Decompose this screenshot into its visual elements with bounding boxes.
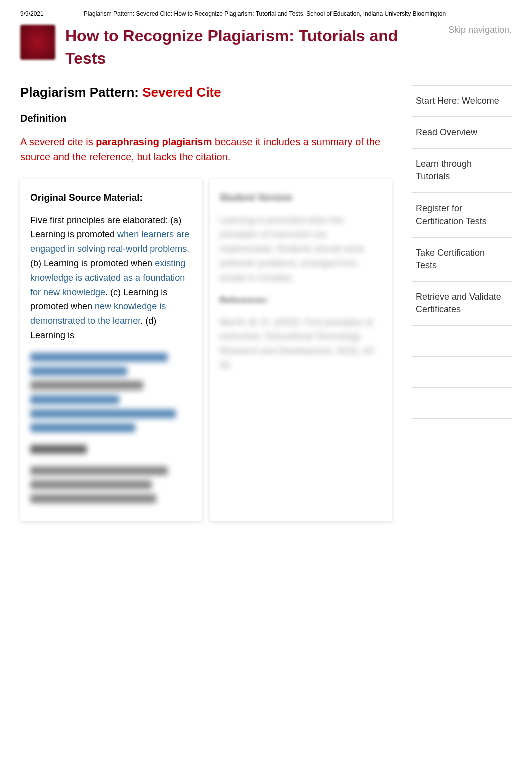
pattern-name: Severed Cite <box>142 85 221 100</box>
header-meta: 9/9/2021 Plagiarism Pattern: Severed Cit… <box>20 10 512 17</box>
heading-prefix: Plagiarism Pattern: <box>20 85 142 100</box>
student-reference: Merrill, M. D. (2002). First principles … <box>220 315 382 373</box>
main-content: Plagiarism Pattern: Severed Cite Definit… <box>20 85 392 521</box>
header: How to Recognize Plagiarism: Tutorials a… <box>20 25 512 70</box>
sidebar-item-take-tests[interactable]: Take Certification Tests <box>412 237 512 281</box>
student-version-panel: Student Version Learning is promoted whe… <box>210 179 392 521</box>
student-ref-label: References: <box>220 295 382 305</box>
original-title: Original Source Material: <box>30 192 192 203</box>
student-title: Student Version <box>220 192 382 203</box>
sidebar-empty-4 <box>412 418 512 449</box>
site-title: How to Recognize Plagiarism: Tutorials a… <box>65 25 438 70</box>
page-title: Plagiarism Pattern: Severed Cite <box>20 85 392 100</box>
definition-label: Definition <box>20 113 392 124</box>
sidebar-empty-2 <box>412 356 512 387</box>
sidebar-item-register[interactable]: Register for Certification Tests <box>412 192 512 236</box>
breadcrumb: Plagiarism Pattern: Severed Cite: How to… <box>84 10 446 17</box>
sidebar-item-certificates[interactable]: Retrieve and Validate Certificates <box>412 281 512 325</box>
student-body: Learning is promoted when the principles… <box>220 213 382 285</box>
original-source-panel: Original Source Material: Five first pri… <box>20 179 202 521</box>
original-text: Five first principles are elaborated: (a… <box>30 213 192 343</box>
sidebar-item-tutorials[interactable]: Learn through Tutorials <box>412 148 512 192</box>
skip-navigation-link[interactable]: Skip navigation. <box>448 25 512 35</box>
page-date: 9/9/2021 <box>20 10 44 17</box>
definition-text: A severed cite is paraphrasing plagiaris… <box>20 134 392 164</box>
iu-logo <box>20 25 55 60</box>
blurred-content <box>30 353 192 503</box>
sidebar-nav: Start Here: Welcome Read Overview Learn … <box>412 85 512 521</box>
comparison-panels: Original Source Material: Five first pri… <box>20 179 392 521</box>
sidebar-empty-3 <box>412 387 512 418</box>
sidebar-item-start[interactable]: Start Here: Welcome <box>412 85 512 116</box>
sidebar-empty-1 <box>412 325 512 356</box>
sidebar-item-overview[interactable]: Read Overview <box>412 116 512 148</box>
content-wrapper: Plagiarism Pattern: Severed Cite Definit… <box>20 85 512 521</box>
